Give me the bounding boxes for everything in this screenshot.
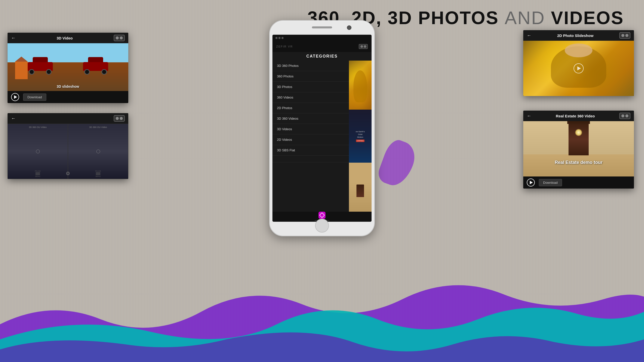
estate-door-arch — [567, 121, 590, 124]
wheel-front-right — [84, 69, 90, 75]
back-arrow-2d-photo[interactable]: ← — [527, 33, 531, 38]
status-dot-3 — [281, 37, 284, 39]
vr-scene: 3D 360 OU Video PAUSE MENU 3D 360 OU Vid… — [8, 124, 128, 179]
vr-lens-re-l — [621, 114, 624, 117]
vr-label-right: 3D 360 OU Video — [68, 126, 128, 128]
back-arrow-vr-360[interactable]: ← — [11, 116, 16, 121]
space-text: ne Earth'sOrbitMotion — [356, 130, 365, 139]
vr-360-preview: 3D 360 OU Video PAUSE MENU 3D 360 OU Vid… — [8, 124, 128, 179]
car-top-right — [88, 57, 103, 63]
card-header-3d-video: ← 3D Video — [8, 33, 128, 43]
vr-lens-l — [116, 117, 119, 120]
wave-decoration — [0, 274, 644, 362]
play-triangle-re — [530, 181, 533, 184]
cat-item-360photos[interactable]: 360 Photos — [272, 71, 349, 82]
cat-item-extra[interactable] — [272, 156, 349, 162]
card-header-real-estate: ← Real Estate 360 Video — [523, 111, 634, 121]
menu-lines-left — [35, 172, 40, 175]
continue-button[interactable]: CONTINUE — [356, 140, 365, 142]
car-top-left — [33, 57, 48, 63]
car-scene — [8, 43, 128, 91]
title-videos: VIDEOS — [545, 8, 624, 28]
phone-home-button[interactable] — [315, 219, 329, 233]
phone-camera — [347, 25, 351, 30]
menu-text-left: MENU — [35, 175, 41, 177]
card-3d-video: ← 3D Video — [8, 33, 128, 103]
estate-door — [569, 123, 589, 155]
status-bar — [272, 35, 372, 41]
cat-item-3d360videos[interactable]: 3D 360 Videos — [272, 113, 349, 124]
phone-speaker — [312, 26, 332, 28]
thumb-door — [349, 163, 372, 212]
card-header-2d-photo: ← 2D Photo Slideshow — [523, 30, 634, 41]
app-screen: ZEFIR VR CATEGORIES 3D 360 Photos 360 Ph… — [272, 35, 372, 222]
wheel-back-right — [101, 69, 107, 75]
vr-lens-re-r — [625, 114, 628, 117]
menu-line — [35, 173, 40, 174]
vr-lens-r — [120, 117, 123, 120]
vr-half-left: 3D 360 OU Video PAUSE MENU — [8, 124, 68, 179]
app-header: ZEFIR VR — [272, 41, 372, 52]
download-button-3d-video[interactable]: Download — [23, 94, 46, 101]
play-button-real-estate[interactable] — [527, 178, 535, 187]
vr-reticle-left — [36, 150, 40, 153]
portrait-silhouette — [353, 70, 367, 102]
menu-line — [35, 172, 40, 173]
back-arrow-real-estate[interactable]: ← — [527, 113, 531, 119]
card-vr-360: ← 3D 360 OU Video PAUSE MENU — [8, 113, 128, 179]
vr-lens-right — [120, 36, 123, 39]
thumb-gold-painting — [349, 61, 372, 110]
phone-outer: ZEFIR VR CATEGORIES 3D 360 Photos 360 Ph… — [269, 20, 375, 236]
menu-line-r — [96, 173, 100, 174]
app-icon[interactable] — [318, 212, 326, 219]
play-triangle — [14, 95, 17, 99]
vr-controls-right: PAUSE MENU — [68, 170, 128, 177]
cat-item-2dphotos[interactable]: 2D Photos — [272, 103, 349, 113]
card-footer-real-estate: Download — [523, 176, 634, 189]
gold-painting-large — [523, 41, 634, 96]
pause-text-right: PAUSE — [95, 170, 101, 172]
menu-lines-right — [96, 172, 100, 175]
back-arrow-3d-video[interactable]: ← — [11, 35, 16, 41]
wheel-back-left — [46, 69, 52, 75]
vr-icon-vr-360 — [114, 115, 125, 122]
cat-item-3d360photos[interactable]: 3D 360 Photos — [272, 61, 349, 71]
cat-item-360videos[interactable]: 360 Videos — [272, 92, 349, 103]
status-dot-2 — [278, 37, 280, 39]
header-vr-lens-r — [364, 45, 366, 48]
play-button-3d-video[interactable] — [11, 93, 19, 101]
car-right — [79, 60, 112, 75]
vr-lens-2d-r — [625, 34, 628, 37]
2d-photo-preview — [523, 41, 634, 96]
title-and: AND — [505, 8, 545, 28]
menu-line-r — [96, 172, 100, 173]
3d-video-preview: 3D slideshow — [8, 43, 128, 91]
vr-icon-2d-photo — [619, 32, 630, 39]
thumbnail-column: ne Earth'sOrbitMotion CONTINUE — [349, 61, 372, 212]
cat-item-3dsbsflat[interactable]: 3D SBS Flat — [272, 145, 349, 156]
status-dot-1 — [275, 37, 277, 39]
download-button-real-estate[interactable]: Download — [539, 179, 562, 186]
vr-reticle-right — [96, 150, 100, 153]
app-icon-inner — [319, 212, 325, 218]
vr-icon-real-estate — [619, 113, 630, 119]
cat-item-3dvideos[interactable]: 3D Videos — [272, 124, 349, 134]
categories-title: CATEGORIES — [272, 52, 372, 61]
card-title-2d-photo: 2D Photo Slideshow — [557, 33, 593, 38]
3d-slideshow-label: 3D slideshow — [8, 84, 128, 88]
estate-scene-label: Real Estate demo tour — [523, 160, 634, 165]
category-list: 3D 360 Photos 360 Photos 3D Photos 360 V… — [272, 61, 372, 212]
vr-label-left: 3D 360 OU Video — [8, 126, 68, 128]
card-title-real-estate: Real Estate 360 Video — [556, 114, 595, 118]
menu-line — [35, 174, 40, 175]
card-2d-photo: ← 2D Photo Slideshow — [523, 30, 634, 96]
cat-item-2dvideos[interactable]: 2D Videos — [272, 134, 349, 145]
vr-header-icon — [359, 44, 368, 49]
app-logo: ZEFIR VR — [276, 45, 293, 48]
cat-items-list: 3D 360 Photos 360 Photos 3D Photos 360 V… — [272, 61, 349, 212]
wheel-front-left — [29, 69, 34, 75]
gear-icon[interactable]: ⚙ — [66, 170, 70, 176]
cat-item-3dphotos[interactable]: 3D Photos — [272, 82, 349, 92]
card-real-estate: ← Real Estate 360 Video Real Estate demo… — [523, 111, 634, 189]
card-title-3d-video: 3D Video — [57, 36, 73, 40]
